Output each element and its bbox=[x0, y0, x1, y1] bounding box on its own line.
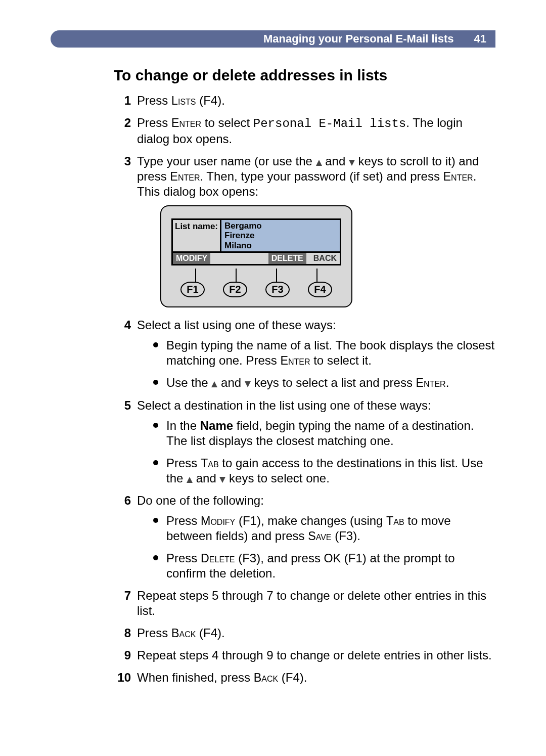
down-arrow-icon bbox=[245, 381, 251, 387]
down-arrow-icon bbox=[349, 160, 355, 166]
up-arrow-icon bbox=[211, 381, 217, 387]
steps-list: Press Lists (F4). Press Enter to select … bbox=[114, 93, 495, 686]
bullet: Press Modify (F1), make changes (using T… bbox=[153, 513, 495, 544]
list-item: Firenze bbox=[224, 231, 337, 241]
key-lists: Lists bbox=[171, 94, 196, 107]
f2-key: F2 bbox=[223, 282, 247, 297]
list-name-label: List name: bbox=[173, 220, 221, 252]
key-modify: Modify bbox=[201, 514, 235, 527]
step-4: Select a list using one of these ways: B… bbox=[114, 318, 495, 390]
key-tab: Tab bbox=[386, 514, 404, 527]
softkey-modify: MODIFY bbox=[173, 253, 210, 264]
list-items: Bergamo Firenze Milano bbox=[221, 220, 340, 252]
list-item: Bergamo bbox=[224, 221, 337, 231]
connector-lines bbox=[175, 269, 337, 282]
f1-key: F1 bbox=[180, 282, 204, 297]
key-back: Back bbox=[171, 627, 196, 640]
key-enter: Enter bbox=[170, 170, 200, 183]
up-arrow-icon bbox=[316, 160, 322, 166]
bullet: Use the and keys to select a list and pr… bbox=[153, 375, 495, 390]
step-6-bullets: Press Modify (F1), make changes (using T… bbox=[137, 513, 495, 581]
page: Managing your Personal E-Mail lists 41 T… bbox=[0, 0, 546, 756]
softkey-delete: DELETE bbox=[268, 253, 306, 264]
step-8: Press Back (F4). bbox=[114, 626, 495, 641]
list-item: Milano bbox=[224, 241, 337, 251]
step-4-bullets: Begin typing the name of a list. The boo… bbox=[137, 338, 495, 390]
dialog-screen: List name: Bergamo Firenze Milano MODIFY bbox=[171, 218, 341, 266]
name-field-label: Name bbox=[200, 419, 233, 432]
page-header: Managing your Personal E-Mail lists 41 bbox=[51, 30, 495, 48]
key-back: Back bbox=[254, 671, 278, 684]
section-title: To change or delete addresses in lists bbox=[114, 66, 495, 85]
step-9: Repeat steps 4 through 9 to change or de… bbox=[114, 648, 495, 663]
step-1: Press Lists (F4). bbox=[114, 93, 495, 108]
step-7: Repeat steps 5 through 7 to change or de… bbox=[114, 588, 495, 618]
bullet: Begin typing the name of a list. The boo… bbox=[153, 338, 495, 368]
f-key-row: F1 F2 F3 F4 bbox=[171, 282, 341, 297]
key-enter: Enter bbox=[171, 116, 201, 129]
dialog-top: List name: Bergamo Firenze Milano bbox=[173, 220, 340, 253]
f3-key: F3 bbox=[265, 282, 289, 297]
f4-key: F4 bbox=[308, 282, 332, 297]
page-number: 41 bbox=[474, 32, 486, 46]
step-6: Do one of the following: Press Modify (F… bbox=[114, 493, 495, 581]
step-2: Press Enter to select Personal E-Mail li… bbox=[114, 115, 495, 147]
up-arrow-icon bbox=[187, 477, 193, 483]
key-enter: Enter bbox=[416, 376, 446, 389]
bullet: In the Name field, begin typing the name… bbox=[153, 418, 495, 449]
down-arrow-icon bbox=[219, 477, 225, 483]
key-enter: Enter bbox=[443, 170, 473, 183]
step-5-bullets: In the Name field, begin typing the name… bbox=[137, 418, 495, 486]
header-title: Managing your Personal E-Mail lists bbox=[263, 32, 454, 46]
dialog-illustration: List name: Bergamo Firenze Milano MODIFY bbox=[160, 205, 352, 308]
step-5: Select a destination in the list using o… bbox=[114, 398, 495, 486]
bullet: Press Delete (F3), and press OK (F1) at … bbox=[153, 551, 495, 581]
mono-personal: Personal E-Mail lists bbox=[253, 117, 406, 130]
key-save: Save bbox=[308, 529, 331, 543]
key-ok: OK bbox=[324, 552, 341, 565]
softkey-row: MODIFY DELETE BACK bbox=[173, 253, 340, 264]
key-delete: Delete bbox=[201, 552, 235, 565]
key-enter: Enter bbox=[280, 354, 310, 367]
softkey-back: BACK bbox=[310, 253, 340, 264]
step-10: When finished, press Back (F4). bbox=[114, 670, 495, 685]
key-tab: Tab bbox=[201, 457, 219, 470]
step-3: Type your user name (or use the and keys… bbox=[114, 154, 495, 308]
content: To change or delete addresses in lists P… bbox=[51, 66, 495, 685]
bullet: Press Tab to gain access to the destinat… bbox=[153, 456, 495, 486]
